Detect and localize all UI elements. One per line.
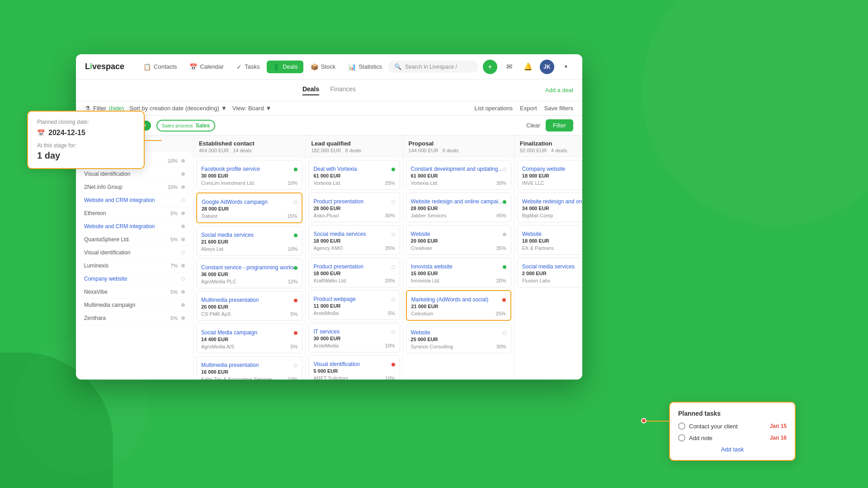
deal-card[interactable]: Deal with Vortexia 61 000 EUR Vortexia L…: [308, 160, 400, 190]
chevron-down-icon[interactable]: ▼: [559, 60, 573, 74]
nav-item-statistics[interactable]: 📊 Statistics: [343, 61, 387, 73]
sort-label: Sort by creation date (descending): [129, 105, 219, 112]
deal-card[interactable]: Product webpage 11 000 EUR ArsteMedia5%: [308, 290, 400, 320]
deal-card[interactable]: Social media services 21 600 EUR Abeys L…: [196, 226, 302, 256]
deal-card[interactable]: Constant development and updating... 61 …: [406, 160, 511, 190]
data-completion-column: Data completion Company website 10% Visu…: [76, 136, 193, 380]
add-button[interactable]: +: [483, 60, 497, 74]
tasks-popover: Planned tasks Contact your client Jan 15…: [669, 402, 796, 461]
task-checkbox-2[interactable]: [678, 434, 685, 441]
list-item[interactable]: Website and CRM integration: [79, 220, 190, 233]
deal-card[interactable]: Constant service - programming works 36 …: [196, 258, 302, 288]
deal-card[interactable]: Website 25 000 EUR Synexis Consulting30%: [406, 324, 511, 353]
status-dot: [181, 316, 185, 320]
deal-card[interactable]: Company website 18 000 EUR INVE LLC30%: [517, 160, 582, 190]
deal-card[interactable]: Product presentation 18 000 EUR KraftWal…: [308, 258, 400, 287]
deals-icon: 💲: [272, 63, 280, 70]
list-item[interactable]: Multimedia campaign: [79, 299, 190, 312]
deal-card[interactable]: Social Media campaign 14 400 EUR AgroMed…: [196, 324, 302, 353]
status-dot: [181, 290, 185, 294]
list-item[interactable]: 2Net.info Group 10%: [79, 181, 190, 194]
established-contact-meta: 464 000 EUR 14 deals: [199, 148, 300, 153]
mail-button[interactable]: ✉: [502, 60, 516, 74]
task-date-2: Jan 16: [770, 435, 787, 441]
nav-deals-label: Deals: [283, 63, 297, 70]
list-item[interactable]: Zenthara 5%: [79, 312, 190, 325]
list-operations-button[interactable]: List operations: [475, 105, 513, 112]
add-deal-button[interactable]: Add a deal: [545, 87, 573, 94]
sales-process-filter[interactable]: Sales process Sales: [156, 120, 215, 131]
deal-card[interactable]: Website 20 000 EUR Creativee35%: [406, 225, 511, 255]
deal-card[interactable]: Multimedia presentation 16 000 EUR Kahn …: [196, 356, 302, 380]
list-item[interactable]: Ethereon 5%: [79, 207, 190, 220]
tab-deals[interactable]: Deals: [302, 85, 319, 95]
deal-card[interactable]: Website redesign and online campai... 34…: [517, 192, 582, 222]
task-name-1: Contact your client: [689, 423, 738, 430]
proposal-title: Proposal: [409, 140, 509, 147]
list-item[interactable]: Luminexis 7%: [79, 259, 190, 272]
filter-apply-button[interactable]: Filter: [546, 119, 573, 131]
status-dot: [181, 172, 185, 176]
active-filters: Deal status Open 🔒 ✕ Sales process Sales…: [76, 116, 582, 136]
proposal-header: Proposal 144 000 EUR 6 deals: [403, 136, 514, 157]
status-dot: [392, 168, 395, 171]
nav-item-tasks[interactable]: ✓ Tasks: [231, 61, 265, 73]
status-dot: [181, 198, 185, 202]
nav-tasks-label: Tasks: [245, 63, 259, 70]
task-checkbox-1[interactable]: [678, 422, 685, 430]
tab-finances[interactable]: Finances: [330, 85, 356, 95]
list-item[interactable]: NexaVibe 5%: [79, 286, 190, 299]
list-item[interactable]: Company website: [79, 272, 190, 286]
status-dot: [294, 364, 297, 367]
deal-card[interactable]: IT services 30 000 EUR ArsteMedia10%: [308, 323, 400, 352]
established-contact-title: Established contact: [199, 140, 300, 147]
list-item[interactable]: Visual identification: [79, 168, 190, 181]
nav-item-stock[interactable]: 📦 Stock: [305, 61, 341, 73]
export-button[interactable]: Export: [520, 105, 537, 112]
nav-item-deals[interactable]: 💲 Deals: [267, 61, 303, 73]
connector-line: [643, 421, 670, 422]
deal-card[interactable]: Social media services 18 000 EUR Agency …: [308, 225, 400, 255]
search-bar[interactable]: 🔍 Search in Livespace /: [388, 61, 478, 73]
tooltip-date-value: 2024-12-15: [48, 129, 85, 137]
deal-card[interactable]: Facebook profile service 30 000 EUR ComL…: [196, 160, 302, 190]
save-filters-button[interactable]: Save filters: [544, 105, 573, 112]
deal-card[interactable]: Product presentation 28 000 EUR Anko-Plu…: [308, 192, 400, 222]
deal-card[interactable]: Website redesign and online campai... 28…: [406, 192, 511, 222]
nav-item-contacts[interactable]: 📋 Contacts: [138, 61, 182, 73]
lead-qualified-body: Deal with Vortexia 61 000 EUR Vortexia L…: [306, 157, 402, 380]
nav-contacts-label: Contacts: [154, 63, 177, 70]
deal-card-highlighted[interactable]: Google AdWords campaign 28 000 EUR Dabes…: [196, 192, 302, 223]
bell-button[interactable]: 🔔: [521, 60, 535, 74]
clear-button[interactable]: Clear: [526, 122, 540, 129]
data-completion-body: Company website 10% Visual identificatio…: [76, 152, 193, 380]
status-dot: [392, 200, 395, 204]
deal-card[interactable]: Visual identification 5 000 EUR ARET Sol…: [308, 355, 400, 380]
list-item[interactable]: Website and CRM integration: [79, 194, 190, 207]
sort-button[interactable]: Sort by creation date (descending) ▼: [129, 105, 227, 112]
deal-card[interactable]: Multimedia presentation 20 000 EUR CS PM…: [196, 291, 302, 321]
lead-qualified-meta: 182 000 EUR 8 deals: [311, 148, 397, 153]
status-dot: [294, 234, 297, 237]
status-dot: [502, 298, 506, 302]
nav-right: 🔍 Search in Livespace / + ✉ 🔔 JK ▼: [388, 60, 573, 74]
list-item[interactable]: Visual identification: [79, 246, 190, 259]
status-dot: [181, 264, 185, 267]
deal-card-proposal-marketing[interactable]: Marketing (AdWords and social) 21 000 EU…: [406, 290, 511, 321]
filter-bar-right: List operations Export Save filters: [475, 105, 573, 112]
deal-card[interactable]: Innovista website 15 000 EUR Innovista L…: [406, 258, 511, 287]
view-label: View: Board: [232, 105, 264, 112]
calendar-icon-tooltip: 📅: [37, 129, 45, 136]
avatar[interactable]: JK: [540, 60, 554, 74]
nav-item-calendar[interactable]: 📅 Calendar: [184, 61, 229, 73]
filter-actions-right: Clear Filter: [526, 119, 573, 131]
add-task-button[interactable]: Add task: [678, 446, 787, 453]
deal-card[interactable]: Social media services 2 000 EUR Fluxion …: [517, 258, 582, 287]
status-dot: [181, 159, 185, 163]
closing-date-tooltip: Planned closing date: 📅 2024-12-15 At th…: [27, 111, 145, 169]
deal-card[interactable]: Website 18 000 EUR EK & Partners35%: [517, 225, 582, 255]
list-item[interactable]: QuantaSphere Ltd. 5%: [79, 233, 190, 246]
status-dot: [181, 238, 185, 241]
sales-process-value: Sales: [196, 122, 210, 129]
view-button[interactable]: View: Board ▼: [232, 105, 272, 112]
